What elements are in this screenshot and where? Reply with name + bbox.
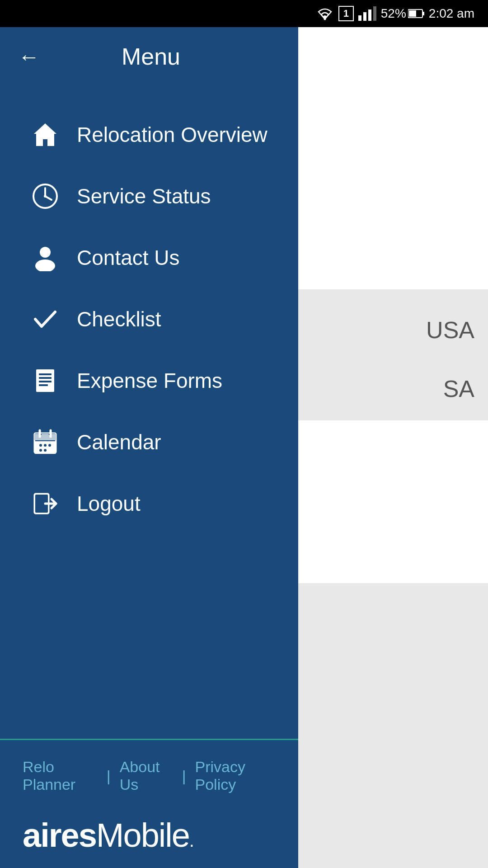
svg-rect-19	[39, 384, 48, 386]
svg-point-13	[40, 247, 51, 258]
menu-item-expense-forms[interactable]: Expense Forms	[0, 350, 298, 411]
svg-point-0	[324, 18, 326, 20]
footer-link-about-us[interactable]: About Us	[120, 758, 173, 793]
menu-item-contact-us[interactable]: Contact Us	[0, 227, 298, 288]
menu-item-logout[interactable]: Logout	[0, 473, 298, 534]
svg-rect-28	[34, 433, 56, 441]
status-time: 2:02 am	[429, 6, 474, 21]
svg-rect-1	[358, 15, 361, 21]
svg-point-31	[39, 444, 42, 447]
battery-indicator: 52%	[381, 6, 424, 21]
menu-item-service-status[interactable]: Service Status	[0, 165, 298, 227]
bg-white-bottom	[294, 420, 488, 583]
notification-badge: 1	[338, 6, 354, 21]
signal-icon	[358, 6, 376, 21]
svg-point-14	[35, 259, 55, 271]
menu-label-expense-forms: Expense Forms	[77, 368, 222, 393]
person-icon	[27, 244, 63, 271]
menu-label-checklist: Checklist	[77, 307, 161, 331]
svg-point-12	[44, 195, 47, 198]
wifi-icon	[316, 6, 334, 21]
receipt-icon	[27, 367, 63, 394]
back-button[interactable]: ←	[18, 44, 40, 69]
battery-text: 52%	[381, 6, 406, 21]
status-bar: 1 52% 2:02 am	[0, 0, 488, 27]
svg-rect-2	[363, 12, 366, 21]
svg-rect-4	[373, 6, 376, 21]
battery-icon	[408, 9, 424, 19]
menu-label-contact-us: Contact Us	[77, 245, 180, 270]
brand-name: airesMobile.	[23, 816, 193, 854]
footer-links: Relo Planner | About Us | Privacy Policy	[23, 758, 276, 793]
menu-label-logout: Logout	[77, 491, 141, 516]
menu-item-calendar[interactable]: Calendar	[0, 411, 298, 473]
bg-text-usa2: SA	[443, 375, 474, 402]
svg-rect-16	[39, 373, 52, 375]
menu-item-checklist[interactable]: Checklist	[0, 288, 298, 350]
home-icon	[27, 121, 63, 148]
svg-marker-8	[34, 123, 56, 146]
footer-divider-2: |	[182, 767, 186, 785]
svg-point-32	[44, 444, 47, 447]
menu-item-relocation-overview[interactable]: Relocation Overview	[0, 104, 298, 165]
svg-point-34	[39, 449, 42, 452]
brand-logo: airesMobile.	[23, 816, 276, 854]
menu-label-service-status: Service Status	[77, 184, 211, 208]
calendar-icon	[27, 429, 63, 456]
bg-text-usa1: USA	[426, 316, 474, 344]
menu-items-list: Relocation Overview Service Status	[0, 86, 298, 739]
menu-overlay: ← Menu Relocation Overview S	[0, 27, 298, 868]
check-icon	[27, 306, 63, 333]
status-icons: 1 52% 2:02 am	[316, 6, 474, 21]
svg-rect-17	[39, 377, 52, 379]
svg-point-33	[48, 444, 51, 447]
footer-link-relo-planner[interactable]: Relo Planner	[23, 758, 98, 793]
bg-white-top	[294, 27, 488, 289]
menu-label-relocation-overview: Relocation Overview	[77, 123, 267, 147]
svg-point-35	[44, 449, 47, 452]
menu-label-calendar: Calendar	[77, 430, 161, 454]
clock-icon	[27, 183, 63, 210]
svg-rect-6	[409, 10, 416, 17]
menu-footer: Relo Planner | About Us | Privacy Policy…	[0, 739, 298, 868]
menu-header: ← Menu	[0, 27, 298, 86]
logout-icon	[27, 490, 63, 517]
footer-link-privacy-policy[interactable]: Privacy Policy	[195, 758, 276, 793]
svg-rect-3	[368, 9, 371, 21]
menu-title: Menu	[49, 43, 253, 70]
svg-rect-7	[422, 12, 424, 15]
footer-divider-1: |	[107, 767, 111, 785]
svg-rect-18	[39, 381, 52, 382]
